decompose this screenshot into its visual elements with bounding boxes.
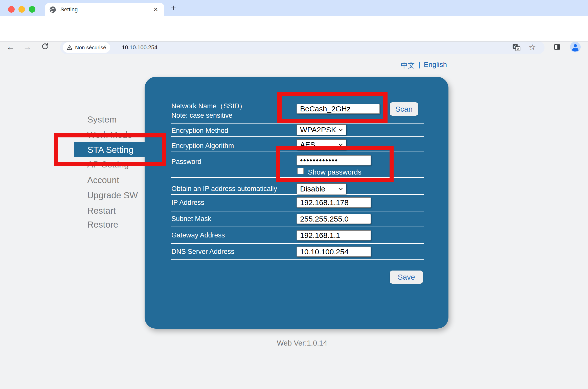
sidebar-item-restart[interactable]: Restart — [87, 206, 116, 215]
web-version-text: Web Ver:1.0.14 — [277, 339, 327, 347]
new-tab-button[interactable]: + — [169, 4, 178, 13]
encryption-method-label: Encryption Method — [171, 127, 228, 134]
traffic-light-zoom[interactable] — [29, 6, 35, 13]
encryption-algorithm-label: Encryption Algorithm — [171, 142, 234, 149]
row-separator — [171, 227, 424, 227]
traffic-light-close[interactable] — [8, 6, 15, 13]
tab-strip: Setting × + — [0, 0, 588, 16]
chevron-down-icon — [338, 129, 343, 131]
url-text: 10.10.100.254 — [122, 41, 157, 54]
dns-server-label: DNS Server Address — [171, 248, 234, 255]
bookmark-star-icon[interactable]: ☆ — [529, 42, 536, 52]
browser-tab[interactable]: Setting × — [45, 3, 164, 16]
traffic-light-minimize[interactable] — [18, 6, 25, 13]
language-switcher: 中文 | English — [401, 61, 447, 70]
screen: Setting × + ← → Non sécu — [0, 0, 588, 389]
annotation-box-sta-setting — [54, 133, 166, 166]
row-separator — [171, 211, 424, 211]
row-separator — [171, 194, 424, 195]
save-button[interactable]: Save — [390, 271, 423, 284]
row-separator — [171, 259, 424, 260]
reload-icon[interactable] — [41, 42, 49, 52]
password-label: Password — [171, 158, 201, 165]
security-chip[interactable]: Non sécurisé — [63, 42, 110, 53]
tab-title: Setting — [60, 6, 78, 13]
side-panel-icon[interactable] — [553, 43, 561, 52]
tab-close-icon[interactable]: × — [152, 6, 160, 14]
sidebar-item-upgrade-sw[interactable]: Upgrade SW — [87, 191, 138, 200]
sidebar-item-account[interactable]: Account — [87, 176, 119, 184]
gateway-address-label: Gateway Address — [171, 232, 225, 239]
ssid-label: Network Name（SSID） — [171, 103, 246, 110]
lang-link-english[interactable]: English — [424, 61, 447, 70]
forward-icon[interactable]: → — [22, 42, 32, 51]
scan-button[interactable]: Scan — [390, 102, 418, 116]
obtain-ip-label: Obtain an IP address automatically — [171, 185, 277, 192]
sidebar-item-restore[interactable]: Restore — [87, 220, 118, 229]
sidebar-item-system[interactable]: System — [87, 115, 117, 124]
encryption-method-value: WPA2PSK — [300, 125, 336, 135]
encryption-method-select[interactable]: WPA2PSK — [297, 124, 346, 135]
ssid-note-label: Note: case sensitive — [171, 112, 233, 119]
address-bar[interactable]: Non sécurisé 10.10.100.254 G ☆ — [60, 41, 545, 54]
dns-server-input[interactable] — [297, 247, 371, 257]
toolbar-divider — [0, 41, 588, 42]
warning-icon — [67, 45, 73, 51]
browser-toolbar: ← → Non sécurisé 10.10.100.254 — [0, 16, 588, 41]
subnet-mask-input[interactable] — [297, 214, 371, 224]
profile-avatar[interactable] — [570, 42, 581, 53]
annotation-box-ssid — [277, 92, 388, 123]
row-separator — [171, 136, 424, 137]
ip-address-input[interactable] — [297, 197, 371, 208]
globe-favicon-icon — [49, 6, 57, 13]
row-separator — [171, 243, 424, 244]
obtain-ip-value: Disable — [300, 184, 325, 194]
chevron-down-icon — [338, 188, 343, 190]
back-icon[interactable]: ← — [6, 42, 16, 51]
translate-icon[interactable]: G — [512, 43, 521, 53]
lang-link-chinese[interactable]: 中文 — [401, 61, 415, 70]
subnet-mask-label: Subnet Mask — [171, 215, 211, 222]
obtain-ip-select[interactable]: Disable — [297, 183, 346, 194]
security-chip-label: Non sécurisé — [75, 44, 106, 51]
annotation-box-password — [276, 146, 394, 182]
chevron-down-icon — [338, 143, 343, 146]
gateway-address-input[interactable] — [297, 230, 371, 240]
ip-address-label: IP Address — [171, 199, 204, 206]
lang-separator: | — [418, 61, 420, 70]
